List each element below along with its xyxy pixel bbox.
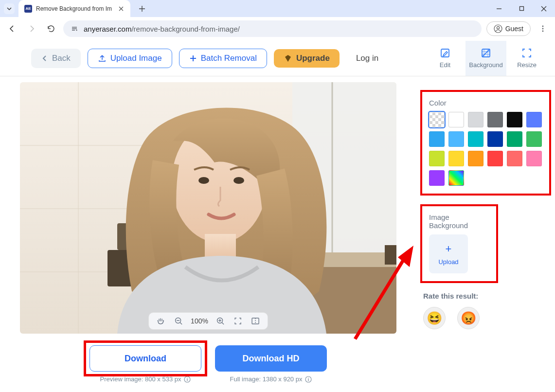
background-icon [481, 48, 491, 58]
browser-tab[interactable]: AE Remove Background from Im [18, 0, 130, 17]
rate-title: Rate this result: [423, 292, 548, 300]
tab-close-button[interactable] [118, 5, 125, 12]
pan-tool-button[interactable] [156, 316, 166, 326]
batch-removal-button[interactable]: Batch Removal [179, 49, 267, 68]
color-swatch-transparent[interactable] [429, 112, 445, 127]
rate-good-button[interactable]: 😆 [423, 307, 446, 329]
chevron-left-icon [41, 55, 48, 62]
favicon-icon: AE [24, 5, 32, 13]
profile-label: Guest [505, 25, 523, 33]
svg-rect-24 [205, 234, 236, 257]
color-swatch-gray-dark[interactable] [487, 112, 503, 127]
svg-point-3 [497, 26, 499, 29]
svg-point-5 [542, 28, 544, 30]
tab-background[interactable]: Background [465, 41, 506, 76]
svg-rect-18 [385, 245, 396, 265]
profile-button[interactable]: Guest [486, 21, 531, 36]
color-swatch-light-blue[interactable] [448, 131, 464, 147]
color-swatch-gray-light[interactable] [468, 112, 483, 127]
side-panel: Color Image Background + Upload Rate thi… [416, 76, 555, 392]
canvas-column: 100% Download Preview image: 800 x 533 p… [0, 76, 416, 392]
zoom-level: 100% [191, 317, 208, 325]
svg-point-22 [198, 177, 209, 184]
svg-point-6 [542, 31, 544, 32]
full-caption: Full image: 1380 x 920 px [230, 375, 312, 383]
plus-icon [189, 54, 197, 62]
login-link[interactable]: Log in [356, 53, 378, 63]
nav-forward-button[interactable] [24, 21, 39, 36]
download-button[interactable]: Download [90, 345, 201, 372]
svg-point-23 [233, 177, 244, 184]
zoom-in-button[interactable] [215, 316, 226, 326]
color-swatch-coral[interactable] [507, 151, 522, 166]
close-window-button[interactable] [533, 0, 555, 17]
zoom-out-button[interactable] [173, 316, 184, 326]
preview-image[interactable] [20, 82, 396, 334]
reload-button[interactable] [44, 21, 58, 36]
edit-icon [440, 48, 450, 58]
info-icon[interactable] [184, 376, 191, 383]
svg-point-1 [76, 30, 77, 31]
batch-removal-label: Batch Removal [201, 53, 257, 63]
color-grid [429, 112, 542, 186]
new-tab-button[interactable] [135, 2, 149, 16]
upgrade-label: Upgrade [296, 53, 330, 63]
tab-edit-label: Edit [440, 61, 450, 69]
color-swatch-rainbow[interactable] [448, 170, 464, 186]
profile-icon [494, 24, 502, 33]
color-swatch-yellow[interactable] [448, 151, 464, 166]
download-hd-label: Download HD [243, 354, 300, 364]
color-swatch-white[interactable] [448, 112, 464, 127]
back-button[interactable]: Back [31, 49, 81, 68]
canvas-wrap: 100% [20, 82, 396, 334]
fullscreen-button[interactable] [233, 316, 243, 326]
upload-bg-label: Upload [438, 258, 458, 266]
color-swatch-navy[interactable] [487, 131, 503, 147]
tab-title: Remove Background from Im [36, 5, 114, 12]
minimize-button[interactable] [488, 0, 510, 17]
address-bar[interactable]: anyeraser.com/remove-background-from-ima… [63, 20, 482, 37]
url-text: anyeraser.com/remove-background-from-ima… [84, 25, 240, 33]
tab-edit[interactable]: Edit [425, 41, 465, 76]
color-swatch-purple[interactable] [429, 170, 445, 186]
browser-menu-button[interactable] [536, 21, 550, 36]
upload-image-button[interactable]: Upload Image [88, 49, 172, 68]
preview-caption: Preview image: 800 x 533 px [100, 375, 191, 383]
color-swatch-black[interactable] [507, 112, 522, 127]
color-swatch-pink[interactable] [526, 151, 542, 166]
main-area: 100% Download Preview image: 800 x 533 p… [0, 76, 555, 392]
site-settings-icon[interactable] [70, 24, 79, 33]
color-swatch-orange[interactable] [468, 151, 483, 166]
canvas-controls: 100% [148, 312, 268, 330]
maximize-button[interactable] [510, 0, 533, 17]
tab-resize[interactable]: Resize [506, 41, 547, 76]
upload-image-label: Upload Image [110, 53, 162, 63]
nav-back-button[interactable] [5, 21, 19, 36]
rate-bad-button[interactable]: 😡 [457, 307, 480, 329]
svg-point-4 [542, 26, 544, 27]
rate-section: Rate this result: 😆 😡 [416, 292, 555, 329]
color-swatch-sky[interactable] [429, 131, 445, 147]
back-label: Back [52, 53, 71, 63]
plus-icon: + [446, 243, 452, 255]
download-label: Download [125, 354, 166, 364]
diamond-icon [284, 54, 292, 63]
download-row: Download Preview image: 800 x 533 px Dow… [90, 345, 327, 383]
tabs-dropdown[interactable] [4, 3, 15, 14]
window-controls [488, 0, 555, 17]
compare-button[interactable] [250, 316, 261, 326]
color-swatch-lime[interactable] [429, 151, 445, 166]
info-icon[interactable] [305, 376, 312, 383]
color-swatch-red[interactable] [487, 151, 503, 166]
color-swatch-teal[interactable] [468, 131, 483, 147]
browser-toolbar: anyeraser.com/remove-background-from-ima… [0, 17, 555, 40]
download-hd-button[interactable]: Download HD [215, 345, 327, 372]
color-swatch-blue[interactable] [526, 112, 542, 127]
upgrade-button[interactable]: Upgrade [274, 49, 340, 68]
color-panel: Color [420, 90, 551, 196]
color-swatch-green[interactable] [526, 131, 542, 147]
tab-resize-label: Resize [517, 61, 537, 69]
upload-bg-button[interactable]: + Upload [429, 234, 468, 273]
resize-icon [521, 48, 532, 58]
color-swatch-green-dark[interactable] [507, 131, 522, 147]
